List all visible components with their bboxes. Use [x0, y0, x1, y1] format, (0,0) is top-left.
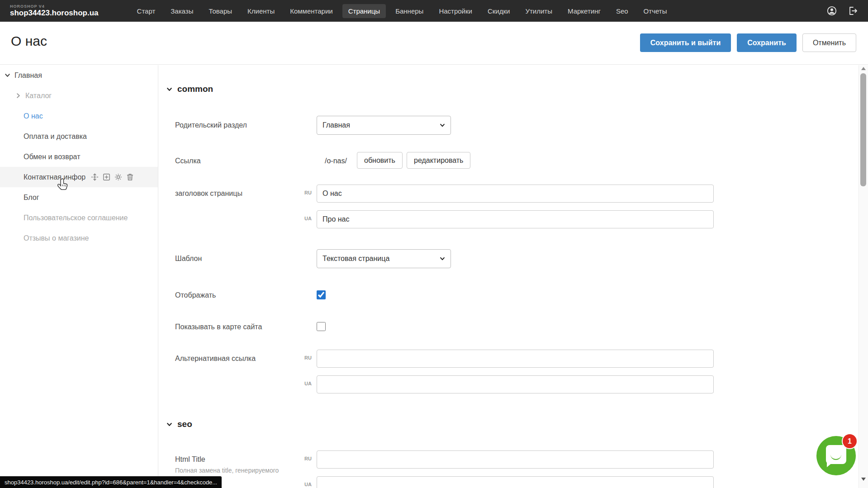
lang-ru-tag: RU [300, 355, 312, 360]
section-title: seo [177, 419, 192, 429]
page-heading-label: заголовок страницы [175, 190, 242, 198]
save-button[interactable]: Сохранить [737, 33, 797, 52]
alt-link-input-ua[interactable] [317, 375, 714, 393]
lang-ru-tag: RU [300, 190, 312, 195]
sitemap-checkbox[interactable] [317, 322, 326, 331]
nav-item-seo[interactable]: Seo [610, 4, 634, 18]
chevron-right-icon [15, 93, 21, 99]
tree-item-label: Обмен и возврат [24, 153, 80, 161]
chevron-down-icon [166, 86, 172, 92]
display-label: Отображать [175, 291, 216, 299]
add-page-icon[interactable] [103, 173, 110, 181]
chevron-down-icon [440, 256, 445, 261]
tree-item-home[interactable]: Главная [0, 65, 158, 85]
settings-gear-icon[interactable] [114, 173, 122, 181]
nav-item-reports[interactable]: Отчеты [638, 4, 673, 18]
tree-item-user-agreement[interactable]: Пользовательское соглашение [0, 208, 158, 228]
tree-item-label: О нас [24, 112, 43, 120]
tree-item-actions [91, 173, 134, 181]
nav-item-pages[interactable]: Страницы [342, 4, 386, 18]
page-header: О нас Сохранить и выйти Сохранить Отмени… [0, 22, 868, 65]
tree-item-label: Главная [14, 71, 42, 80]
lang-ru-tag: RU [300, 456, 312, 461]
link-label: Ссылка [175, 157, 201, 165]
lang-ua-tag: UA [300, 216, 312, 221]
html-title-hint: Полная замена title, генерируемого [175, 467, 279, 474]
nav-item-discounts[interactable]: Скидки [482, 4, 516, 18]
parent-section-value: Главная [323, 121, 350, 129]
pages-tree-sidebar: Главная Каталог О нас Оплата и доставка … [0, 65, 158, 488]
chevron-down-icon [440, 123, 445, 128]
nav-item-comments[interactable]: Комментарии [284, 4, 338, 18]
statusbar-url: shop34423.horoshop.ua/edit/edit.php?id=6… [5, 479, 217, 486]
cancel-button[interactable]: Отменить [802, 33, 856, 52]
page-edit-form: common Родительский раздел Главная Ссылк… [159, 65, 857, 488]
html-title-label: Html Title [175, 455, 205, 464]
lang-ua-tag: UA [300, 381, 312, 386]
tree-item-payment-delivery[interactable]: Оплата и доставка [0, 126, 158, 147]
tree-item-contact-info[interactable]: Контактная инфор [0, 167, 158, 187]
delete-trash-icon[interactable] [126, 173, 134, 181]
link-preview-statusbar: shop34423.horoshop.ua/edit/edit.php?id=6… [0, 476, 222, 488]
template-select[interactable]: Текстовая страница [317, 249, 451, 268]
section-seo[interactable]: seo [166, 419, 192, 429]
display-checkbox[interactable] [317, 290, 326, 299]
nav-item-settings[interactable]: Настройки [433, 4, 478, 18]
tree-item-label: Блог [24, 194, 39, 202]
user-account-icon[interactable] [826, 5, 837, 16]
link-path: /o-nas/ [325, 157, 347, 165]
top-navbar: HOROSHOP V4 shop34423.horoshop.ua Старт … [0, 0, 868, 22]
drag-move-icon[interactable] [91, 173, 99, 181]
alt-link-input-ru[interactable] [317, 350, 714, 368]
nav-item-clients[interactable]: Клиенты [242, 4, 280, 18]
lang-ua-tag: UA [300, 482, 312, 487]
tree-item-label: Контактная инфор [24, 173, 85, 181]
alt-link-label: Альтернативная ссылка [175, 355, 256, 363]
scrollbar-thumb[interactable] [860, 73, 866, 186]
page-heading-input-ua[interactable] [317, 210, 714, 228]
parent-section-label: Родительский раздел [175, 121, 247, 129]
html-title-input-ua[interactable] [317, 476, 714, 488]
page: HOROSHOP V4 shop34423.horoshop.ua Старт … [0, 0, 868, 488]
brand-domain: shop34423.horoshop.ua [10, 9, 99, 17]
tree-item-store-reviews[interactable]: Отзывы о магазине [0, 228, 158, 248]
nav-item-orders[interactable]: Заказы [165, 4, 199, 18]
tree-item-label: Отзывы о магазине [24, 234, 89, 242]
brand[interactable]: HOROSHOP V4 shop34423.horoshop.ua [10, 5, 99, 17]
scroll-up-arrow-icon[interactable] [861, 67, 866, 70]
chat-unread-badge: 1 [843, 434, 857, 448]
chat-bubble-icon [826, 445, 846, 464]
page-title: О нас [11, 33, 47, 49]
tree-item-catalog[interactable]: Каталог [0, 85, 158, 106]
link-edit-button[interactable]: редактировать [407, 152, 470, 169]
nav-menu: Старт Заказы Товары Клиенты Комментарии … [131, 4, 673, 18]
header-buttons: Сохранить и выйти Сохранить Отменить [640, 33, 856, 52]
chevron-down-icon [166, 422, 172, 427]
link-refresh-button[interactable]: обновить [357, 152, 403, 169]
nav-item-start[interactable]: Старт [131, 4, 161, 18]
nav-item-marketing[interactable]: Маркетинг [562, 4, 607, 18]
template-label: Шаблон [175, 255, 202, 263]
scroll-down-arrow-icon[interactable] [861, 478, 866, 481]
tree-item-label: Оплата и доставка [24, 133, 87, 141]
logout-icon[interactable] [847, 5, 858, 16]
html-title-input-ru[interactable] [317, 450, 714, 469]
tree-item-blog[interactable]: Блог [0, 187, 158, 208]
tree-item-exchange-return[interactable]: Обмен и возврат [0, 147, 158, 167]
template-value: Текстовая страница [323, 255, 389, 263]
section-common[interactable]: common [166, 84, 213, 94]
nav-item-utilities[interactable]: Утилиты [519, 4, 558, 18]
tree-item-about-us[interactable]: О нас [0, 106, 158, 126]
sitemap-label: Показывать в карте сайта [175, 323, 262, 331]
section-title: common [177, 84, 213, 94]
parent-section-select[interactable]: Главная [317, 116, 451, 135]
page-heading-input-ru[interactable] [317, 185, 714, 203]
nav-right [826, 5, 858, 16]
nav-item-products[interactable]: Товары [203, 4, 238, 18]
tree-item-label: Каталог [25, 92, 52, 100]
tree-item-label: Пользовательское соглашение [24, 214, 128, 222]
nav-item-banners[interactable]: Баннеры [389, 4, 429, 18]
save-and-exit-button[interactable]: Сохранить и выйти [640, 33, 731, 52]
vertical-scrollbar[interactable] [859, 65, 868, 488]
chevron-down-icon [5, 72, 10, 78]
